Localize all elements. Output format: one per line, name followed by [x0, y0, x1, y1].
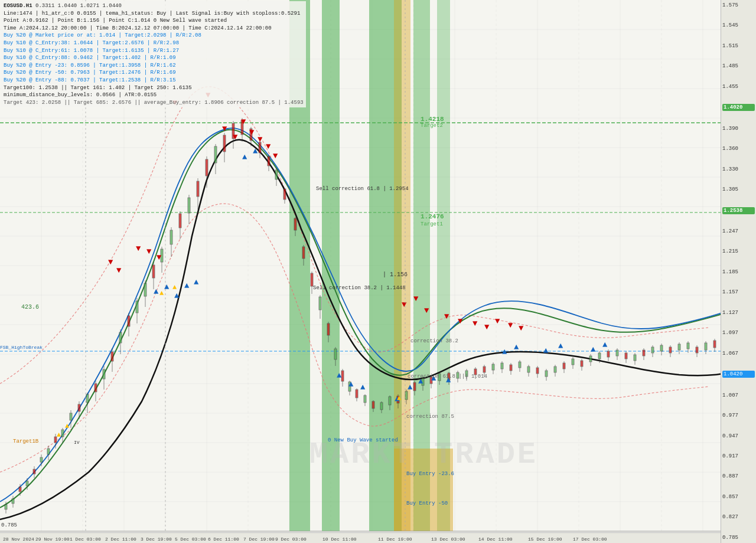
svg-rect-146 [413, 382, 416, 391]
svg-text:▲: ▲ [360, 382, 366, 392]
buy-line-5: Buy %20 @ Entry -50: 0.7963 | Target:1.2… [4, 69, 304, 77]
svg-rect-184 [581, 361, 583, 367]
min-dist-info: minimum_distance_buy_levels: 0.0566 | AT… [4, 91, 304, 99]
svg-rect-52 [26, 481, 28, 486]
time-label-14: 17 Dec 03:00 [573, 537, 607, 542]
svg-text:▼: ▼ [157, 253, 162, 262]
svg-rect-96 [206, 159, 208, 176]
price-1247: 1.247 [722, 228, 755, 234]
info-line1: Line:1474 | h1_atr_c:0 0.0155 | tema_h1_… [4, 10, 304, 18]
svg-text:▼: ▼ [413, 294, 419, 303]
svg-rect-84 [152, 265, 155, 278]
price-1360: 1.360 [722, 146, 755, 152]
svg-text:▲: ▲ [591, 345, 596, 354]
price-axis: 1.575 1.545 1.515 1.485 1.455 1.4020 1.3… [721, 0, 756, 543]
time-label-6: 6 Dec 11:00 [208, 537, 239, 542]
svg-rect-68 [86, 394, 89, 403]
svg-text:▲: ▲ [408, 382, 413, 392]
svg-rect-88 [170, 230, 172, 244]
info-panel: EOSUSD.H1 0.3311 1.0440 1.0271 1.0440 Li… [1, 1, 306, 107]
svg-rect-186 [589, 356, 592, 362]
svg-rect-180 [563, 363, 565, 369]
svg-rect-80 [136, 301, 138, 313]
svg-rect-196 [634, 355, 636, 361]
price-1007: 1.007 [722, 392, 755, 398]
svg-text:▲: ▲ [184, 281, 190, 290]
svg-rect-132 [356, 390, 358, 398]
svg-rect-166 [501, 363, 503, 369]
svg-rect-194 [625, 353, 627, 359]
watermark: MARKT TRADE [309, 437, 538, 472]
targets-info: Target100: 1.2538 || Target 161: 1.402 |… [4, 84, 304, 92]
svg-rect-46 [5, 505, 7, 509]
price-1330: 1.330 [722, 166, 755, 172]
svg-text:▲: ▲ [253, 146, 258, 156]
price-0947: 0.947 [722, 433, 755, 439]
svg-rect-56 [40, 457, 43, 462]
svg-rect-82 [144, 283, 146, 296]
label-corr-87: correction 87.5 [406, 414, 454, 420]
time-label-3: 2 Dec 11:00 [105, 537, 136, 542]
svg-rect-78 [128, 316, 130, 326]
svg-text:▼: ▼ [495, 316, 500, 326]
svg-rect-48 [12, 499, 14, 503]
svg-text:▲: ▲ [348, 380, 354, 389]
price-1305: 1.305 [722, 187, 755, 192]
price-1545: 1.545 [722, 22, 755, 28]
svg-rect-70 [94, 384, 97, 392]
svg-rect-178 [554, 367, 556, 372]
price-0887: 0.887 [722, 473, 755, 479]
svg-rect-172 [527, 367, 530, 372]
svg-text:▼: ▼ [458, 316, 463, 326]
price-0785: 0.785 [722, 535, 755, 541]
time-label-0: 28 Nov 2024 [3, 537, 34, 542]
label-corr-61: correction 61.8 ||| 1.014 [408, 374, 487, 380]
label-target-lower: Target1B [13, 439, 39, 444]
svg-rect-120 [311, 273, 313, 286]
svg-text:▼: ▼ [508, 320, 513, 330]
svg-rect-162 [483, 367, 485, 372]
label-buy-entry-50: Buy Entry -50 [406, 501, 448, 506]
info-line3: Time A:2024.12.12 20:00:00 | Time B:2024… [4, 25, 304, 32]
svg-rect-138 [380, 403, 383, 410]
svg-rect-116 [294, 218, 296, 230]
time-label-11: 13 Dec 03:00 [431, 537, 465, 542]
price-1215: 1.215 [722, 248, 755, 254]
label-0785: 0.785 [1, 522, 17, 528]
svg-rect-202 [660, 345, 663, 351]
svg-rect-170 [519, 362, 521, 368]
time-label-5: 5 Dec 03:00 [175, 537, 206, 542]
svg-text:▼: ▼ [402, 300, 407, 309]
label-target2-name: Target2 [421, 123, 443, 129]
svg-text:▼: ▼ [233, 132, 238, 142]
svg-rect-210 [696, 347, 698, 353]
svg-text:▲: ▲ [174, 291, 180, 300]
buy-line-1: Buy %10 @ C_Entry:38: 1.0644 | Target:2.… [4, 40, 304, 47]
chart-container: EOSUSD.H1 0.3311 1.0440 1.0271 1.0440 Li… [0, 0, 756, 543]
svg-rect-190 [607, 351, 610, 357]
svg-text:▲: ▲ [558, 341, 563, 351]
svg-rect-114 [284, 189, 286, 199]
svg-text:▲: ▲ [602, 340, 608, 349]
buy-line-2: Buy %10 @ C_Entry:61: 1.0078 | Target:1.… [4, 47, 304, 55]
svg-text:▲: ▲ [242, 152, 247, 162]
buy-line-4: Buy %20 @ Entry -23: 0.8596 | Target:1.3… [4, 62, 304, 70]
svg-text:▼: ▼ [424, 306, 429, 315]
svg-rect-214 [713, 341, 716, 348]
svg-rect-94 [197, 181, 199, 197]
svg-text:▼: ▼ [273, 151, 278, 161]
svg-rect-164 [492, 364, 494, 370]
svg-rect-122 [319, 297, 321, 310]
svg-text:▼: ▼ [116, 266, 122, 275]
svg-text:▼: ▼ [136, 244, 141, 253]
svg-rect-182 [572, 359, 574, 365]
price-1157: 1.157 [722, 289, 755, 295]
svg-text:▲: ▲ [172, 283, 177, 292]
label-sell-corr61: Sell correction 61.8 | 1.2954 [316, 186, 409, 192]
svg-rect-208 [687, 343, 689, 349]
svg-text:▲: ▲ [159, 289, 164, 297]
svg-rect-176 [545, 371, 548, 377]
buy-line-0: Buy %20 @ Market price or at: 1.014 | Ta… [4, 32, 304, 40]
svg-rect-112 [275, 170, 278, 179]
svg-text:▲: ▲ [543, 346, 549, 355]
